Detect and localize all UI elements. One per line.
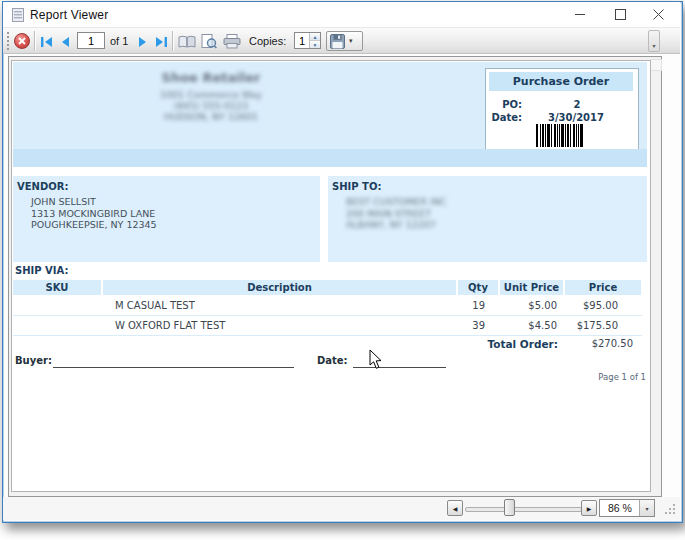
table-row: W OXFORD FLAT TEST 39 $4.50 $175.50 bbox=[13, 318, 642, 336]
toolbar-separator bbox=[172, 31, 173, 51]
toolbar-grip[interactable] bbox=[7, 32, 9, 50]
next-page-button[interactable] bbox=[134, 34, 151, 49]
toolbar-separator bbox=[34, 31, 35, 51]
po-value: 2 bbox=[542, 99, 612, 110]
zoom-level-value: 86 % bbox=[600, 502, 639, 514]
ship-to-panel: SHIP TO: BEST CUSTOMER INC 200 MAIN STRE… bbox=[328, 176, 647, 262]
buyer-signature-line bbox=[53, 355, 294, 368]
minimize-icon bbox=[575, 9, 586, 20]
po-date-label: Date: bbox=[486, 112, 522, 123]
toolbar: of 1 Copi bbox=[3, 27, 680, 54]
close-button[interactable] bbox=[639, 2, 677, 27]
maximize-icon bbox=[615, 9, 626, 20]
cell-price: $175.50 bbox=[565, 318, 641, 335]
printer-icon bbox=[223, 34, 241, 49]
total-row: Total Order: $270.50 bbox=[13, 338, 642, 354]
cancel-icon bbox=[18, 37, 26, 45]
cell-qty: 39 bbox=[458, 318, 498, 335]
total-order-label: Total Order: bbox=[313, 338, 558, 350]
purchase-order-title: Purchase Order bbox=[489, 72, 633, 91]
print-preview-icon bbox=[201, 34, 217, 49]
report-header-panel: Shoe Retailer 1001 Commerce Way (845) 55… bbox=[13, 62, 647, 149]
ship-to-label: SHIP TO: bbox=[332, 181, 381, 192]
col-header-description: Description bbox=[103, 280, 456, 295]
first-page-button[interactable] bbox=[38, 34, 55, 49]
header-accent-band bbox=[13, 149, 647, 167]
save-icon bbox=[330, 34, 345, 49]
previous-page-icon bbox=[59, 36, 71, 48]
copies-down-button[interactable]: ▼ bbox=[310, 41, 320, 48]
window-title: Report Viewer bbox=[30, 8, 108, 22]
copies-input[interactable] bbox=[295, 33, 309, 48]
last-page-button[interactable] bbox=[152, 34, 169, 49]
cell-sku bbox=[13, 318, 101, 335]
company-address-redacted: Shoe Retailer 1001 Commerce Way (845) 55… bbox=[61, 70, 361, 122]
cell-description: W OXFORD FLAT TEST bbox=[103, 318, 456, 335]
previous-page-button[interactable] bbox=[56, 34, 73, 49]
toolbar-overflow-button[interactable]: ▾ bbox=[648, 30, 660, 52]
minimize-button[interactable] bbox=[561, 2, 599, 27]
ship-to-address-redacted: BEST CUSTOMER INC 200 MAIN STREET ALBANY… bbox=[346, 196, 447, 231]
print-button[interactable] bbox=[221, 33, 243, 50]
report-page: Shoe Retailer 1001 Commerce Way (845) 55… bbox=[11, 60, 651, 492]
zoom-slider-thumb[interactable] bbox=[504, 499, 515, 516]
zoom-level-combo[interactable]: 86 % ▾ bbox=[599, 499, 655, 517]
ship-via-label: SHIP VIA: bbox=[15, 265, 69, 276]
page-number-input[interactable] bbox=[77, 32, 105, 49]
report-icon bbox=[12, 8, 24, 22]
zoom-in-button[interactable]: ▶ bbox=[581, 500, 597, 516]
cell-price: $95.00 bbox=[565, 298, 641, 315]
stop-button[interactable] bbox=[14, 33, 30, 49]
table-header-row: SKU Description Qty Unit Price Price bbox=[13, 280, 642, 295]
purchase-order-panel: Purchase Order PO: 2 Date: 3/30/2017 bbox=[485, 68, 639, 150]
zoom-out-button[interactable]: ◀ bbox=[447, 500, 463, 516]
scroll-corner bbox=[650, 59, 662, 71]
date-signature-line bbox=[353, 355, 446, 368]
last-page-icon bbox=[154, 36, 168, 48]
maximize-button[interactable] bbox=[601, 2, 639, 27]
first-page-icon bbox=[40, 36, 54, 48]
open-book-icon bbox=[178, 35, 196, 49]
total-order-value: $270.50 bbox=[561, 338, 633, 349]
mouse-cursor bbox=[369, 349, 383, 370]
save-split-button[interactable]: ▾ bbox=[326, 31, 363, 51]
save-dropdown-arrow[interactable]: ▾ bbox=[349, 37, 353, 45]
cell-qty: 19 bbox=[458, 298, 498, 315]
po-date-value: 3/30/2017 bbox=[524, 112, 628, 123]
copies-spinner: ▲ ▼ bbox=[294, 32, 321, 49]
col-header-qty: Qty bbox=[458, 280, 498, 295]
table-row: M CASUAL TEST 19 $5.00 $95.00 bbox=[13, 298, 642, 316]
report-viewer-window: Report Viewer of 1 bbox=[2, 1, 683, 523]
zoom-dropdown-arrow[interactable]: ▾ bbox=[639, 500, 654, 516]
po-label: PO: bbox=[486, 99, 522, 110]
copies-up-button[interactable]: ▲ bbox=[310, 33, 320, 41]
status-bar: ◀ ▶ 86 % ▾ bbox=[3, 497, 680, 520]
print-preview-button[interactable] bbox=[199, 33, 219, 50]
date-label: Date: bbox=[317, 355, 348, 366]
vendor-panel: VENDOR: JOHN SELLSIT 1313 MOCKINGBIRD LA… bbox=[13, 176, 320, 262]
cell-unit-price: $5.00 bbox=[500, 298, 563, 315]
cell-description: M CASUAL TEST bbox=[103, 298, 456, 315]
vendor-address: JOHN SELLSIT 1313 MOCKINGBIRD LANE POUGH… bbox=[31, 196, 157, 231]
cell-unit-price: $4.50 bbox=[500, 318, 563, 335]
col-header-sku: SKU bbox=[13, 280, 101, 295]
report-viewport[interactable]: Shoe Retailer 1001 Commerce Way (845) 55… bbox=[8, 56, 662, 497]
zoom-slider-track[interactable] bbox=[465, 507, 582, 512]
next-page-icon bbox=[137, 36, 149, 48]
title-bar[interactable]: Report Viewer bbox=[3, 2, 680, 27]
col-header-price: Price bbox=[565, 280, 641, 295]
copies-label: Copies: bbox=[249, 35, 286, 47]
signature-row: Buyer: Date: bbox=[13, 355, 642, 369]
page-setup-button[interactable] bbox=[177, 33, 197, 50]
cell-sku bbox=[13, 298, 101, 315]
close-icon bbox=[653, 9, 664, 20]
page-footer: Page 1 of 1 bbox=[532, 372, 646, 382]
barcode bbox=[536, 124, 584, 147]
page-count-label: of 1 bbox=[110, 35, 128, 47]
resize-grip[interactable] bbox=[664, 503, 676, 515]
buyer-label: Buyer: bbox=[15, 355, 52, 366]
col-header-unit-price: Unit Price bbox=[500, 280, 563, 295]
vendor-label: VENDOR: bbox=[17, 181, 68, 192]
